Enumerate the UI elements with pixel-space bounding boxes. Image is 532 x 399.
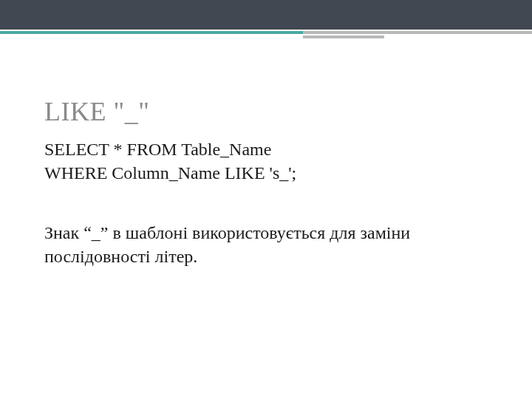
accent-gray-short-line (303, 35, 384, 38)
accent-line (0, 31, 532, 34)
description-text: Знак “_” в шаблоні використовується для … (44, 221, 488, 269)
slide-title: LIKE "_" (44, 96, 488, 127)
spacer (44, 185, 488, 221)
sql-line-1: SELECT * FROM Table_Name (44, 137, 488, 161)
slide: LIKE "_" SELECT * FROM Table_Name WHERE … (0, 0, 532, 399)
header-band (0, 0, 532, 30)
content-area: LIKE "_" SELECT * FROM Table_Name WHERE … (44, 96, 488, 269)
sql-line-2: WHERE Column_Name LIKE 's_'; (44, 161, 488, 185)
accent-gray-line (303, 31, 532, 34)
